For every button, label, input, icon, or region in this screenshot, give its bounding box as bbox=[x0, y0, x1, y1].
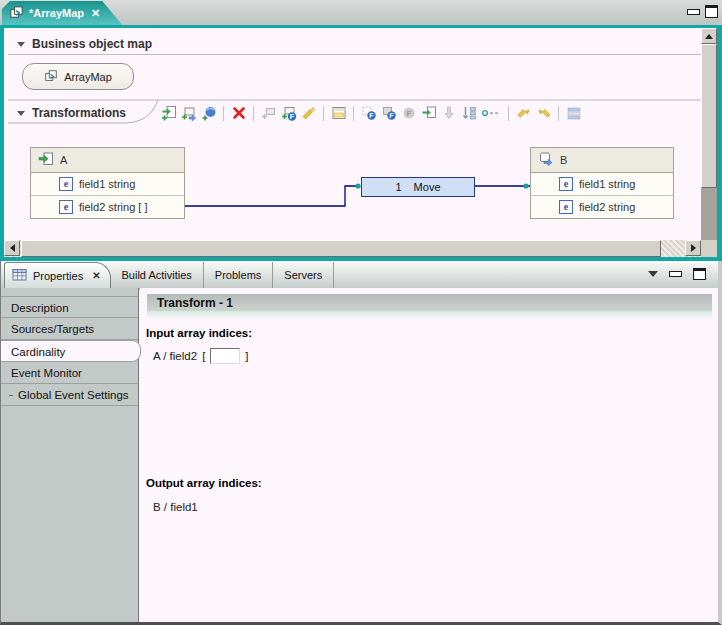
sidebar-item-label: Global Event Settings bbox=[18, 389, 129, 401]
scroll-right-button[interactable] bbox=[685, 240, 701, 256]
tab-label: Problems bbox=[215, 269, 261, 281]
source-field-label: field2 string [ ] bbox=[79, 201, 147, 213]
source-object-header[interactable]: A bbox=[31, 148, 184, 173]
horizontal-scrollbar[interactable] bbox=[4, 240, 701, 257]
scroll-left-button[interactable] bbox=[4, 240, 20, 256]
section-divider bbox=[8, 54, 701, 55]
add-transform-icon[interactable] bbox=[160, 105, 177, 122]
element-icon: e bbox=[59, 200, 73, 214]
add-connection-icon[interactable] bbox=[200, 105, 217, 122]
move-transform[interactable]: 1 Move bbox=[361, 177, 475, 197]
vertical-scroll-track[interactable] bbox=[701, 188, 717, 240]
minimize-icon[interactable] bbox=[669, 271, 682, 277]
element-icon: e bbox=[559, 200, 573, 214]
target-object-icon bbox=[538, 151, 554, 169]
editor-tab-bar: *ArrayMap ✕ bbox=[0, 0, 722, 25]
go-to-next-source-icon[interactable] bbox=[515, 105, 532, 122]
application-window: *ArrayMap ✕ Business object map ArrayMap bbox=[0, 0, 722, 625]
svg-text:F: F bbox=[389, 112, 394, 119]
vertical-scroll-thumb[interactable] bbox=[701, 44, 717, 188]
minimize-icon[interactable] bbox=[687, 9, 700, 15]
source-object-icon bbox=[38, 151, 54, 169]
panel-title-bar: Transform - 1 bbox=[147, 294, 712, 311]
tab-servers[interactable]: Servers bbox=[273, 262, 334, 288]
vertical-scrollbar[interactable] bbox=[701, 28, 717, 240]
tab-problems[interactable]: Problems bbox=[204, 262, 273, 288]
sidebar-item-description[interactable]: Description bbox=[1, 296, 138, 318]
show-table-view-icon[interactable] bbox=[330, 105, 347, 122]
bom-section-header[interactable]: Business object map bbox=[17, 37, 152, 51]
map-editor-canvas: Business object map ArrayMap Transformat… bbox=[4, 28, 701, 240]
panel-title: Transform - 1 bbox=[157, 296, 233, 310]
properties-sidebar: Description Sources/Targets Cardinality … bbox=[1, 288, 139, 622]
paste-transform-icon[interactable] bbox=[420, 105, 437, 122]
close-icon[interactable]: ✕ bbox=[92, 270, 100, 281]
tab-properties[interactable]: Properties ✕ bbox=[4, 262, 111, 288]
sidebar-item-label: Sources/Targets bbox=[11, 323, 94, 335]
maximize-icon[interactable] bbox=[693, 268, 706, 280]
svg-text:F: F bbox=[369, 112, 374, 119]
horizontal-scroll-thumb[interactable] bbox=[21, 240, 661, 257]
maximize-icon[interactable] bbox=[705, 5, 718, 18]
delete-transform-icon[interactable] bbox=[230, 105, 247, 122]
add-custom-mapping-icon[interactable] bbox=[300, 105, 317, 122]
toolbar-separator bbox=[353, 106, 354, 121]
sidebar-item-global-event-settings[interactable]: Global Event Settings bbox=[1, 384, 138, 406]
editor-area: Business object map ArrayMap Transformat… bbox=[0, 25, 722, 261]
tab-label: Servers bbox=[284, 269, 322, 281]
arraymap-button-label: ArrayMap bbox=[64, 71, 112, 83]
source-f-filter-icon[interactable]: F bbox=[360, 105, 377, 122]
scrollbar-corner bbox=[701, 240, 717, 257]
target-object-name: B bbox=[560, 154, 567, 166]
target-object-header[interactable]: B bbox=[531, 148, 673, 173]
arraymap-button[interactable]: ArrayMap bbox=[22, 63, 134, 90]
input-field-path: A / field2 bbox=[153, 350, 197, 362]
source-object-name: A bbox=[60, 154, 67, 166]
properties-view: Properties ✕ Build Activities Problems S… bbox=[0, 261, 722, 625]
toolbar-separator bbox=[223, 106, 224, 121]
element-icon: e bbox=[59, 177, 73, 191]
svg-text:F: F bbox=[289, 113, 294, 120]
f-disabled-icon: F bbox=[400, 105, 417, 122]
target-business-object[interactable]: B e field1 string e field2 string bbox=[530, 147, 674, 219]
sort-transforms-icon[interactable] bbox=[460, 105, 477, 122]
bom-section-label: Business object map bbox=[32, 37, 152, 51]
add-custom-transform-icon[interactable] bbox=[180, 105, 197, 122]
transformations-section-label: Transformations bbox=[32, 106, 126, 120]
input-index-field[interactable] bbox=[210, 348, 240, 364]
bracket-open: [ bbox=[202, 350, 205, 362]
editor-tab-arraymap[interactable]: *ArrayMap ✕ bbox=[2, 1, 122, 25]
properties-table-icon bbox=[12, 268, 27, 283]
properties-tab-bar: Properties ✕ Build Activities Problems S… bbox=[1, 261, 718, 289]
editor-tab-title: *ArrayMap bbox=[29, 7, 84, 19]
toolbar-separator bbox=[558, 106, 559, 121]
view-menu-icon[interactable] bbox=[648, 271, 658, 277]
close-icon[interactable]: ✕ bbox=[91, 7, 100, 20]
cardinality-panel: Transform - 1 Input array indices: A / f… bbox=[140, 288, 718, 622]
map-editor-icon bbox=[9, 5, 24, 22]
sidebar-item-cardinality[interactable]: Cardinality bbox=[1, 340, 141, 362]
add-submap-icon[interactable]: F bbox=[280, 105, 297, 122]
go-to-next-target-icon[interactable] bbox=[535, 105, 552, 122]
more-options-icon[interactable] bbox=[480, 105, 502, 122]
sidebar-item-sources-targets[interactable]: Sources/Targets bbox=[1, 318, 138, 340]
collapse-triangle-icon[interactable] bbox=[17, 111, 25, 116]
show-transform-list-icon[interactable] bbox=[565, 105, 582, 122]
target-field-row[interactable]: e field1 string bbox=[531, 173, 673, 195]
source-field-row[interactable]: e field2 string [ ] bbox=[31, 195, 184, 218]
transform-number: 1 bbox=[395, 181, 401, 193]
sidebar-item-event-monitor[interactable]: Event Monitor bbox=[1, 362, 138, 384]
scroll-up-button[interactable] bbox=[701, 28, 717, 44]
output-index-row: B / field1 bbox=[153, 501, 198, 513]
toolbar-separator bbox=[508, 106, 509, 121]
target-f-filter-icon[interactable]: F bbox=[380, 105, 397, 122]
tab-build-activities[interactable]: Build Activities bbox=[111, 262, 204, 288]
tab-label: Build Activities bbox=[122, 269, 192, 281]
source-business-object[interactable]: A e field1 string e field2 string [ ] bbox=[30, 147, 185, 219]
collapse-triangle-icon[interactable] bbox=[17, 42, 25, 47]
move-down-disabled-icon bbox=[440, 105, 457, 122]
target-field-row[interactable]: e field2 string bbox=[531, 195, 673, 218]
source-field-row[interactable]: e field1 string bbox=[31, 173, 184, 195]
transformations-section-header[interactable]: Transformations bbox=[17, 106, 126, 120]
sidebar-item-label: Description bbox=[11, 302, 69, 314]
